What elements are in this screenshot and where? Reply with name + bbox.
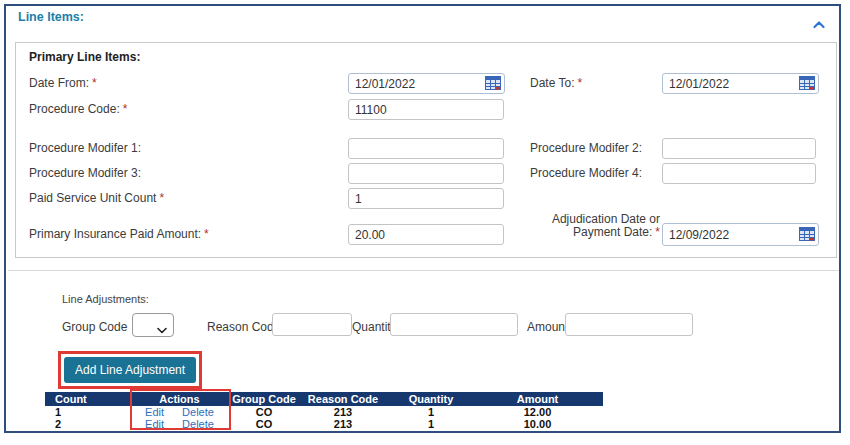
col-header-amount: Amount (472, 392, 603, 406)
amount-label: Amount (527, 317, 568, 335)
date-to-field (662, 73, 819, 94)
table-header-row: Count Actions Group Code Reason Code Qua… (45, 392, 603, 406)
group-code-select[interactable] (132, 313, 174, 337)
primary-line-items-heading: Primary Line Items: (29, 50, 140, 64)
date-from-input[interactable] (348, 73, 505, 94)
delete-link[interactable]: Delete (182, 418, 214, 430)
unit-count-label: Paid Service Unit Count* (29, 188, 164, 206)
quantity-input[interactable] (390, 313, 518, 336)
cell-amount: 10.00 (472, 418, 603, 430)
adjudication-date-field (662, 223, 819, 246)
cell-reason-code: 213 (296, 406, 390, 418)
reason-code-input[interactable] (272, 313, 352, 336)
cell-quantity: 1 (390, 418, 472, 430)
procedure-modifier4-input[interactable] (662, 163, 816, 184)
col-header-actions: Actions (127, 392, 232, 406)
required-mark: * (123, 102, 128, 116)
reason-code-label: Reason Code (207, 317, 280, 335)
adjudication-date-label: Adjudication Date or Payment Date:* (410, 213, 660, 239)
section-divider (8, 270, 839, 271)
cell-count: 1 (45, 406, 127, 418)
table-row: 2 Edit Delete CO 213 1 10.00 (45, 418, 603, 430)
procedure-modifier1-label: Procedure Modifer 1: (29, 138, 141, 156)
unit-count-input[interactable] (348, 188, 504, 209)
cell-count: 2 (45, 418, 127, 430)
calendar-icon[interactable] (799, 76, 815, 94)
date-to-input[interactable] (662, 73, 819, 94)
date-from-label: Date From:* (29, 73, 97, 91)
calendar-icon[interactable] (485, 76, 501, 94)
line-adjustments-label: Line Adjustments: (62, 293, 149, 305)
required-mark: * (655, 225, 660, 239)
line-items-panel: Line Items: Primary Line Items: Date Fro… (4, 4, 841, 433)
primary-line-items-group: Primary Line Items: Date From:* Date To:… (15, 42, 837, 258)
add-button-highlight-box: Add Line Adjustment (58, 351, 202, 389)
procedure-code-label: Procedure Code:* (29, 99, 127, 117)
col-header-group-code: Group Code (232, 392, 296, 406)
edit-link[interactable]: Edit (145, 418, 164, 430)
cell-group-code: CO (232, 406, 296, 418)
add-line-adjustment-button[interactable]: Add Line Adjustment (64, 357, 196, 383)
calendar-icon[interactable] (799, 227, 815, 245)
date-from-field (348, 73, 505, 94)
paid-amount-label: Primary Insurance Paid Amount:* (29, 224, 209, 242)
procedure-code-input[interactable] (348, 99, 504, 120)
group-code-label: Group Code (62, 317, 127, 335)
col-header-quantity: Quantity (390, 392, 472, 406)
procedure-modifier2-label: Procedure Modifer 2: (530, 138, 642, 156)
required-mark: * (92, 76, 97, 90)
required-mark: * (577, 76, 582, 90)
line-adjustments-table: Count Actions Group Code Reason Code Qua… (45, 392, 603, 430)
procedure-modifier4-label: Procedure Modifer 4: (530, 163, 642, 181)
procedure-modifier3-input[interactable] (348, 163, 504, 184)
adjudication-date-input[interactable] (662, 223, 819, 246)
cell-quantity: 1 (390, 406, 472, 418)
col-header-count: Count (45, 392, 127, 406)
cell-reason-code: 213 (296, 418, 390, 430)
procedure-modifier2-input[interactable] (662, 138, 816, 159)
delete-link[interactable]: Delete (182, 406, 214, 418)
required-mark: * (159, 191, 164, 205)
amount-input[interactable] (565, 313, 693, 336)
cell-actions: Edit Delete (127, 418, 232, 430)
panel-title: Line Items: (18, 10, 84, 24)
required-mark: * (204, 227, 209, 241)
cell-group-code: CO (232, 418, 296, 430)
chevron-up-icon[interactable] (813, 15, 825, 33)
table-row: 1 Edit Delete CO 213 1 12.00 (45, 406, 603, 418)
procedure-modifier3-label: Procedure Modifer 3: (29, 163, 141, 181)
cell-amount: 12.00 (472, 406, 603, 418)
procedure-modifier1-input[interactable] (348, 138, 504, 159)
edit-link[interactable]: Edit (145, 406, 164, 418)
date-to-label: Date To:* (530, 73, 582, 91)
col-header-reason-code: Reason Code (296, 392, 390, 406)
cell-actions: Edit Delete (127, 406, 232, 418)
